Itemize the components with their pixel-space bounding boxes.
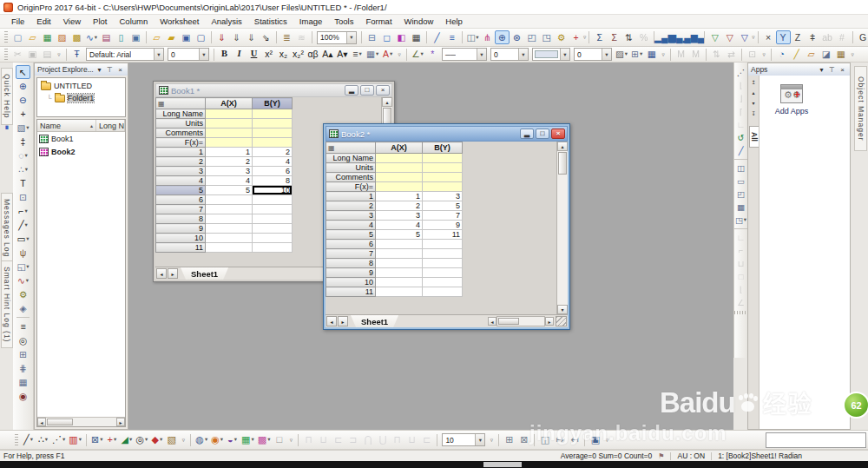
maximize-button[interactable]: □ [536, 129, 549, 139]
sheet-cell[interactable] [206, 243, 253, 253]
tab-left-button[interactable]: ◂ [156, 268, 167, 279]
unmerge-cells-icon[interactable]: M [688, 48, 703, 62]
label-cell[interactable] [376, 182, 423, 192]
sheet-cell[interactable] [206, 195, 253, 205]
add-bottom-axis-icon[interactable]: ∟ [734, 118, 747, 131]
panel-close-button[interactable]: × [115, 65, 125, 75]
chevron-down-icon[interactable]: ▾ [744, 217, 746, 223]
graph-window-icon[interactable]: ◳ [539, 30, 554, 44]
row-header[interactable]: 11 [326, 287, 376, 297]
resize-grip[interactable] [556, 316, 567, 326]
sheet-cell[interactable]: 6 [253, 167, 293, 176]
label-row-header[interactable]: Units [156, 119, 206, 129]
row-header[interactable]: 3 [326, 211, 376, 221]
book2-window[interactable]: Book2 *▂□×▦A(X)B(Y)Long NameUnitsComment… [323, 123, 570, 330]
horizontal-scrollbar[interactable]: ◂▸ [488, 316, 567, 326]
apps-panel-header[interactable]: Apps ▾⊤× [748, 63, 850, 76]
panel-icon[interactable]: ▭ [734, 175, 747, 188]
sheet-cell[interactable]: 2 [253, 148, 293, 157]
draw-points-icon[interactable]: ∴▾ [16, 162, 30, 176]
worksheet-corner-cell[interactable]: ▦ [326, 142, 376, 154]
sheet-cell[interactable] [423, 287, 463, 297]
frame-box-icon[interactable]: □ [734, 270, 747, 283]
sheet-cell[interactable] [206, 205, 253, 214]
scroll-left-button[interactable]: ◂ [488, 317, 496, 326]
sort-icon[interactable]: ⇅ [621, 30, 636, 44]
chevron-down-icon[interactable]: ▾ [518, 49, 528, 60]
filter-disable-icon[interactable]: ▽ [722, 30, 737, 44]
border-icon[interactable]: ⊞▾ [629, 48, 644, 62]
sheet-cell[interactable]: 4 [206, 176, 253, 186]
line-plot-icon[interactable]: ╱▾ [21, 432, 36, 447]
chevron-down-icon[interactable]: ▾ [95, 35, 97, 41]
app-grid-icon[interactable]: ▦ [833, 48, 848, 62]
set-z-column-icon[interactable]: Z [791, 30, 806, 44]
active-cell[interactable]: 10 [253, 186, 293, 195]
row-header[interactable]: 8 [326, 259, 376, 268]
taskbar-item[interactable] [483, 462, 522, 467]
label-cell[interactable] [253, 109, 293, 119]
chevron-down-icon[interactable]: ▾ [26, 236, 29, 242]
scroll-right-button[interactable]: ▸ [545, 317, 554, 326]
column-plot-icon[interactable]: ▥▾ [67, 432, 83, 447]
column-header[interactable]: B(Y) [423, 142, 463, 154]
close-button[interactable]: × [376, 85, 390, 96]
row-header[interactable]: 10 [326, 278, 376, 287]
label-cell[interactable] [376, 163, 423, 173]
sheet-cell[interactable] [206, 214, 253, 224]
gear-tool-icon[interactable]: ⚙ [16, 287, 30, 301]
valve-icon-1[interactable]: ⊓ [301, 432, 316, 447]
chevron-down-icon[interactable]: ▾ [24, 153, 27, 159]
duplicate-window-icon[interactable]: ◫▾ [465, 30, 480, 44]
toolbar-overflow-button[interactable]: ▿ [487, 433, 496, 447]
chevron-down-icon[interactable]: ▾ [25, 222, 28, 228]
menu-view[interactable]: View [57, 16, 87, 27]
save-window-icon[interactable]: ▢ [194, 30, 208, 44]
sheet-cell[interactable]: 7 [423, 211, 463, 221]
pattern-icon[interactable]: ▨▾ [614, 48, 629, 62]
sheet-cell[interactable] [253, 243, 293, 253]
stock-plot-icon[interactable]: ◆▾ [149, 432, 164, 447]
new-layout-icon[interactable]: ▤ [99, 30, 114, 44]
row-header[interactable]: 8 [156, 214, 206, 224]
label-cell[interactable] [253, 129, 293, 138]
print-icon[interactable]: ⊟ [365, 30, 379, 44]
toolbar-overflow-button[interactable]: ▿ [395, 48, 404, 62]
angle-tool-icon[interactable]: ∠ [734, 296, 747, 309]
sheet-tab[interactable]: Sheet1 [181, 267, 228, 280]
histogram-icon[interactable]: ▄▆▄ [687, 30, 701, 44]
sheet-cell[interactable] [376, 240, 423, 249]
zoom-level-combo[interactable]: 100%▾ [317, 31, 357, 44]
vertical-scrollbar[interactable]: ▴▾ [556, 142, 568, 314]
close-button[interactable]: × [551, 129, 565, 139]
frame-bottom-icon[interactable]: ⊔ [734, 257, 747, 270]
label-cell[interactable] [423, 163, 463, 173]
chevron-down-icon[interactable]: ▾ [376, 51, 378, 57]
chevron-down-icon[interactable]: ▾ [475, 434, 484, 445]
fit-width-icon[interactable]: ↦ [552, 432, 567, 447]
font-icon[interactable]: Ŧ [69, 48, 84, 62]
greek-icon[interactable]: αβ [306, 48, 320, 62]
split-panel-icon[interactable]: ◰ [734, 188, 747, 201]
minimize-button[interactable]: ▂ [520, 129, 534, 139]
data-reader-icon[interactable]: ‡ [16, 135, 30, 148]
scroll-thumb[interactable] [558, 152, 567, 175]
row-header[interactable]: 6 [156, 195, 206, 205]
set-label-column-icon[interactable]: ǂ [806, 30, 820, 44]
valve-icon-4[interactable]: ⊐ [345, 432, 360, 447]
object-manager-tab[interactable]: Object Manager [854, 66, 867, 151]
sheet-cell[interactable]: 11 [423, 230, 463, 240]
corner-tl-icon[interactable]: ⌐ [734, 244, 747, 257]
merge-cells-icon[interactable]: M [674, 48, 688, 62]
underline-icon[interactable]: U [247, 48, 261, 62]
label-cell[interactable] [423, 154, 463, 163]
chevron-down-icon[interactable]: ▾ [160, 437, 162, 443]
superscript-icon[interactable]: x² [261, 48, 276, 62]
open-icon[interactable]: ▱ [25, 30, 40, 44]
tree-item-untitled[interactable]: UNTITLED [37, 80, 125, 92]
sheet-cell[interactable] [253, 224, 293, 234]
ruler-tool-icon[interactable]: ⋕ [16, 361, 30, 375]
menu-format[interactable]: Format [359, 16, 398, 27]
video-builder-icon[interactable]: ▦ [409, 30, 424, 44]
toolbar-overflow-button[interactable]: ▿ [55, 48, 63, 62]
